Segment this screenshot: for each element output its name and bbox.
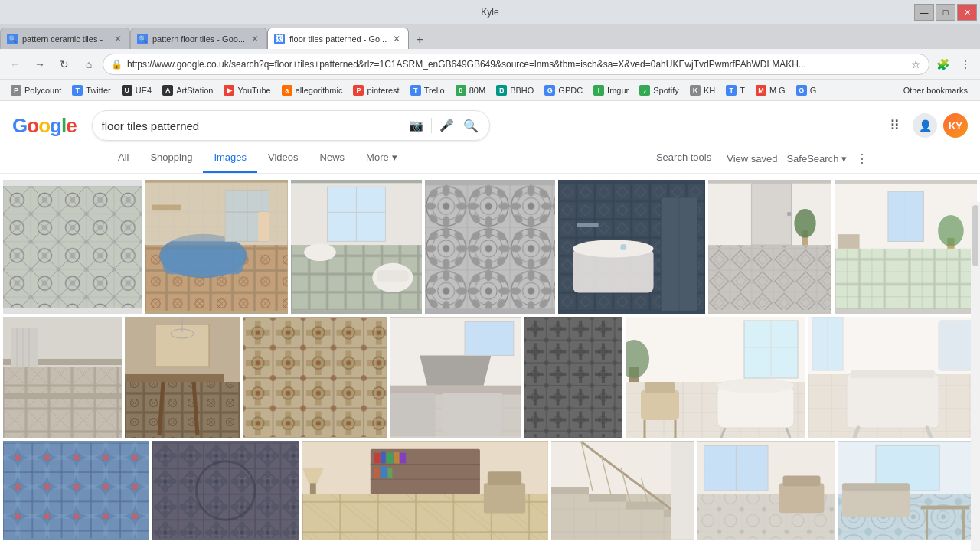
voice-search-button[interactable]: 🎤 [438,117,456,134]
image-thumb-5[interactable] [558,180,705,314]
image-thumb-20[interactable] [838,441,977,540]
image-thumb-10[interactable] [243,317,387,438]
image-thumb-8[interactable] [3,317,122,438]
bookmark-artstation[interactable]: A ArtStation [158,83,217,97]
bookmark-twitter[interactable]: T Twitter [67,83,115,97]
titlebar-controls: — □ ✕ [914,4,977,21]
image-thumb-16[interactable] [152,441,299,540]
bookmark-kh[interactable]: K KH [685,83,720,97]
header-right: ⠿ 👤 KY [882,113,968,138]
reload-button[interactable]: ↻ [54,54,75,75]
back-button[interactable]: ← [5,54,26,75]
bookmark-gpdc[interactable]: G GPDC [540,83,587,97]
browser-tab-2[interactable]: 🔍 pattern floor tiles - Goo... ✕ [130,28,267,49]
home-button[interactable]: ⌂ [78,54,100,75]
tab-images[interactable]: Images [203,144,257,173]
tab1-close[interactable]: ✕ [113,34,123,44]
titlebar: Kyle — □ ✕ [0,0,980,24]
image-thumb-14[interactable] [808,317,977,438]
bookmark-allegorithmic[interactable]: a allegorithmic [277,83,348,97]
svg-rect-65 [621,244,627,250]
image-thumb-9[interactable] [125,317,240,438]
bookmark-mg[interactable]: M M G [751,83,790,97]
image-grid [0,174,980,551]
image-thumb-3[interactable] [291,180,422,314]
minimize-button[interactable]: — [914,4,934,21]
bookmark-label: T [740,86,745,95]
safesearch-button[interactable]: SafeSearch ▾ [782,147,851,171]
bookmark-pinterest[interactable]: P pinterest [348,83,403,97]
bookmark-trello[interactable]: T Trello [406,83,449,97]
user-avatar[interactable]: KY [943,113,968,138]
svg-rect-167 [847,374,939,428]
tile-svg-9 [125,317,240,438]
tab3-close[interactable]: ✕ [391,34,402,44]
svg-rect-93 [3,363,122,438]
close-button[interactable]: ✕ [957,4,977,21]
tab-more[interactable]: More ▾ [355,144,408,173]
image-thumb-15[interactable] [3,441,149,540]
bookmark-star-icon[interactable]: ☆ [911,58,921,70]
tab-shopping[interactable]: Shopping [139,144,203,173]
image-thumb-2[interactable] [145,180,287,314]
svg-rect-97 [11,328,38,367]
other-bookmarks[interactable]: Other bookmarks [897,84,974,96]
tab2-close[interactable]: ✕ [250,34,260,44]
bookmark-label: pinterest [367,86,399,95]
svg-rect-39 [377,270,409,281]
bookmark-ue4[interactable]: U UE4 [117,83,156,97]
image-thumb-18[interactable] [551,441,694,540]
extensions-button[interactable]: 🧩 [933,54,952,74]
bookmark-imgur[interactable]: I Imgur [589,83,633,97]
maximize-button[interactable]: □ [936,4,956,21]
search-submit-button[interactable]: 🔍 [462,117,480,135]
bookmark-g[interactable]: G G [792,83,822,97]
address-bar[interactable]: 🔒 https://www.google.co.uk/search?q=floo… [103,54,929,75]
bookmark-t[interactable]: T T [721,83,750,97]
image-thumb-6[interactable] [708,180,831,314]
bookmark-label: KH [704,86,715,95]
bookmark-youtube[interactable]: ▶ YouTube [219,83,275,97]
trello-favicon: T [410,85,421,96]
image-thumb-12[interactable] [524,317,622,438]
camera-search-button[interactable]: 📷 [407,117,425,134]
bookmark-80m[interactable]: 8 80M [451,83,490,97]
browser-tab-3[interactable]: 🖼 floor tiles patterned - Go... ✕ [267,28,409,49]
more-options-button[interactable]: ⋮ [851,148,873,169]
image-thumb-7[interactable] [835,180,977,314]
signin-icon[interactable]: 👤 [913,113,937,138]
image-thumb-17[interactable] [302,441,548,540]
image-thumb-11[interactable] [390,317,521,438]
image-thumb-19[interactable] [697,441,835,540]
search-input[interactable] [102,119,401,132]
logo-g2: g [50,114,61,137]
bookmark-bbho[interactable]: B BBHO [492,83,538,97]
svg-rect-96 [3,393,122,399]
search-box[interactable]: 📷 🎤 🔍 [92,110,490,141]
pinterest-favicon: P [353,85,364,96]
google-logo: Google [12,114,77,138]
bookmark-spotify[interactable]: ♪ Spotify [635,83,684,97]
google-apps-button[interactable]: ⠿ [882,113,906,138]
page-scrollbar[interactable] [971,202,980,551]
view-saved-button[interactable]: View saved [722,147,782,171]
tab1-title: pattern ceramic tiles - [22,34,108,44]
svg-point-155 [717,378,794,393]
chrome-menu-button[interactable]: ⋮ [956,54,975,74]
tab-videos[interactable]: Videos [257,144,309,173]
image-thumb-13[interactable] [626,317,805,438]
tab-news[interactable]: News [309,144,356,173]
image-thumb-1[interactable] [3,180,142,314]
tab-search-tools[interactable]: Search tools [645,144,722,173]
svg-rect-241 [782,475,820,486]
logo-e: e [66,114,76,137]
new-tab-button[interactable]: + [409,31,430,49]
svg-rect-219 [589,494,626,502]
svg-rect-206 [400,453,406,464]
svg-rect-211 [488,471,521,485]
image-thumb-4[interactable] [425,180,556,314]
browser-tab-1[interactable]: 🔍 pattern ceramic tiles - ✕ [0,28,130,49]
tab-all[interactable]: All [107,144,139,173]
forward-button[interactable]: → [29,54,51,75]
bookmark-polycount[interactable]: P Polycount [6,83,66,97]
